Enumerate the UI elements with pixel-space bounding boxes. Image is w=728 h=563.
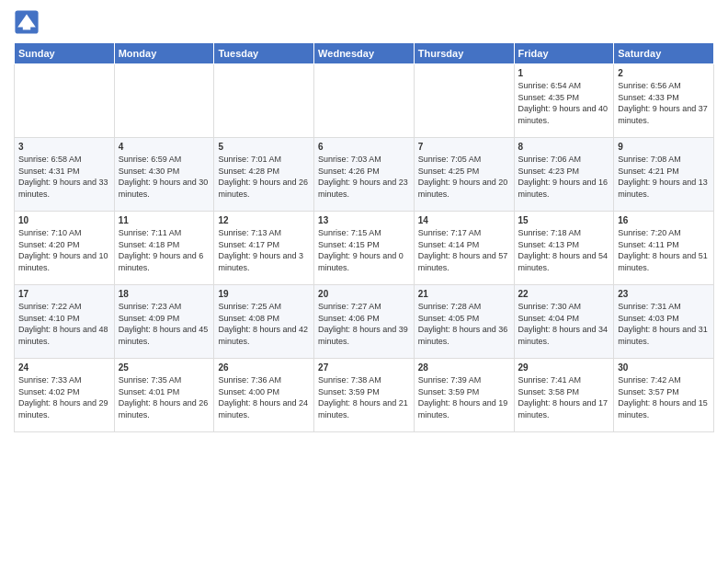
calendar-cell: 1Sunrise: 6:54 AM Sunset: 4:35 PM Daylig… bbox=[514, 64, 614, 138]
day-number: 3 bbox=[18, 142, 110, 152]
day-number: 5 bbox=[218, 142, 310, 152]
day-info: Sunrise: 7:11 AM Sunset: 4:18 PM Dayligh… bbox=[119, 227, 210, 273]
svg-rect-2 bbox=[23, 22, 30, 29]
calendar-cell: 26Sunrise: 7:36 AM Sunset: 4:00 PM Dayli… bbox=[214, 359, 314, 432]
calendar-cell: 7Sunrise: 7:05 AM Sunset: 4:25 PM Daylig… bbox=[414, 138, 514, 212]
calendar-cell: 21Sunrise: 7:28 AM Sunset: 4:05 PM Dayli… bbox=[414, 285, 514, 359]
header bbox=[14, 9, 714, 35]
calendar-cell: 30Sunrise: 7:42 AM Sunset: 3:57 PM Dayli… bbox=[614, 359, 714, 432]
header-cell-friday: Friday bbox=[514, 43, 614, 64]
day-info: Sunrise: 7:01 AM Sunset: 4:28 PM Dayligh… bbox=[218, 154, 310, 200]
day-number: 29 bbox=[518, 362, 610, 373]
day-info: Sunrise: 7:30 AM Sunset: 4:04 PM Dayligh… bbox=[518, 301, 610, 347]
calendar-cell: 10Sunrise: 7:10 AM Sunset: 4:20 PM Dayli… bbox=[15, 212, 115, 285]
logo-icon bbox=[14, 9, 40, 35]
calendar-cell bbox=[214, 64, 314, 138]
calendar-cell: 16Sunrise: 7:20 AM Sunset: 4:11 PM Dayli… bbox=[614, 212, 714, 285]
day-info: Sunrise: 7:27 AM Sunset: 4:06 PM Dayligh… bbox=[318, 301, 410, 347]
day-info: Sunrise: 6:54 AM Sunset: 4:35 PM Dayligh… bbox=[518, 80, 610, 126]
header-cell-wednesday: Wednesday bbox=[314, 43, 415, 64]
calendar-cell: 20Sunrise: 7:27 AM Sunset: 4:06 PM Dayli… bbox=[314, 285, 415, 359]
calendar-cell: 14Sunrise: 7:17 AM Sunset: 4:14 PM Dayli… bbox=[414, 212, 514, 285]
day-info: Sunrise: 7:17 AM Sunset: 4:14 PM Dayligh… bbox=[418, 227, 510, 273]
calendar-cell bbox=[414, 64, 514, 138]
calendar-cell: 5Sunrise: 7:01 AM Sunset: 4:28 PM Daylig… bbox=[214, 138, 314, 212]
day-number: 1 bbox=[518, 68, 610, 78]
calendar-cell: 3Sunrise: 6:58 AM Sunset: 4:31 PM Daylig… bbox=[15, 138, 115, 212]
calendar-cell: 6Sunrise: 7:03 AM Sunset: 4:26 PM Daylig… bbox=[314, 138, 415, 212]
day-info: Sunrise: 7:23 AM Sunset: 4:09 PM Dayligh… bbox=[119, 301, 210, 347]
header-cell-monday: Monday bbox=[114, 43, 214, 64]
calendar-cell: 23Sunrise: 7:31 AM Sunset: 4:03 PM Dayli… bbox=[614, 285, 714, 359]
calendar-cell: 4Sunrise: 6:59 AM Sunset: 4:30 PM Daylig… bbox=[114, 138, 214, 212]
calendar-cell: 19Sunrise: 7:25 AM Sunset: 4:08 PM Dayli… bbox=[214, 285, 314, 359]
day-number: 12 bbox=[218, 215, 310, 225]
calendar-table: SundayMondayTuesdayWednesdayThursdayFrid… bbox=[14, 42, 714, 432]
day-info: Sunrise: 7:31 AM Sunset: 4:03 PM Dayligh… bbox=[618, 301, 710, 347]
calendar-cell: 22Sunrise: 7:30 AM Sunset: 4:04 PM Dayli… bbox=[514, 285, 614, 359]
day-info: Sunrise: 7:06 AM Sunset: 4:23 PM Dayligh… bbox=[518, 154, 610, 200]
day-number: 26 bbox=[218, 362, 310, 373]
day-number: 9 bbox=[618, 142, 710, 152]
day-number: 11 bbox=[119, 215, 210, 225]
day-info: Sunrise: 7:36 AM Sunset: 4:00 PM Dayligh… bbox=[218, 374, 310, 420]
calendar-week-5: 24Sunrise: 7:33 AM Sunset: 4:02 PM Dayli… bbox=[15, 359, 714, 432]
header-cell-sunday: Sunday bbox=[15, 43, 115, 64]
day-info: Sunrise: 7:38 AM Sunset: 3:59 PM Dayligh… bbox=[318, 374, 410, 420]
day-info: Sunrise: 7:13 AM Sunset: 4:17 PM Dayligh… bbox=[218, 227, 310, 273]
day-info: Sunrise: 7:42 AM Sunset: 3:57 PM Dayligh… bbox=[618, 374, 710, 420]
calendar-week-4: 17Sunrise: 7:22 AM Sunset: 4:10 PM Dayli… bbox=[15, 285, 714, 359]
calendar-cell: 24Sunrise: 7:33 AM Sunset: 4:02 PM Dayli… bbox=[15, 359, 115, 432]
day-info: Sunrise: 7:05 AM Sunset: 4:25 PM Dayligh… bbox=[418, 154, 510, 200]
day-number: 19 bbox=[218, 289, 310, 299]
calendar-week-1: 1Sunrise: 6:54 AM Sunset: 4:35 PM Daylig… bbox=[15, 64, 714, 138]
header-row: SundayMondayTuesdayWednesdayThursdayFrid… bbox=[15, 43, 714, 64]
day-info: Sunrise: 6:56 AM Sunset: 4:33 PM Dayligh… bbox=[618, 80, 710, 126]
day-number: 22 bbox=[518, 289, 610, 299]
calendar-cell: 9Sunrise: 7:08 AM Sunset: 4:21 PM Daylig… bbox=[614, 138, 714, 212]
day-number: 27 bbox=[318, 362, 410, 373]
calendar-cell: 11Sunrise: 7:11 AM Sunset: 4:18 PM Dayli… bbox=[114, 212, 214, 285]
day-number: 23 bbox=[618, 289, 710, 299]
day-info: Sunrise: 7:41 AM Sunset: 3:58 PM Dayligh… bbox=[518, 374, 610, 420]
day-number: 18 bbox=[119, 289, 210, 299]
day-number: 30 bbox=[618, 362, 710, 373]
day-number: 10 bbox=[18, 215, 110, 225]
calendar-cell: 18Sunrise: 7:23 AM Sunset: 4:09 PM Dayli… bbox=[114, 285, 214, 359]
calendar-week-3: 10Sunrise: 7:10 AM Sunset: 4:20 PM Dayli… bbox=[15, 212, 714, 285]
calendar-cell: 17Sunrise: 7:22 AM Sunset: 4:10 PM Dayli… bbox=[15, 285, 115, 359]
day-info: Sunrise: 7:33 AM Sunset: 4:02 PM Dayligh… bbox=[18, 374, 110, 420]
day-info: Sunrise: 7:15 AM Sunset: 4:15 PM Dayligh… bbox=[318, 227, 410, 273]
day-number: 16 bbox=[618, 215, 710, 225]
page: SundayMondayTuesdayWednesdayThursdayFrid… bbox=[0, 0, 728, 563]
calendar-cell: 27Sunrise: 7:38 AM Sunset: 3:59 PM Dayli… bbox=[314, 359, 415, 432]
day-info: Sunrise: 7:28 AM Sunset: 4:05 PM Dayligh… bbox=[418, 301, 510, 347]
calendar-week-2: 3Sunrise: 6:58 AM Sunset: 4:31 PM Daylig… bbox=[15, 138, 714, 212]
calendar-cell: 8Sunrise: 7:06 AM Sunset: 4:23 PM Daylig… bbox=[514, 138, 614, 212]
day-number: 15 bbox=[518, 215, 610, 225]
day-number: 20 bbox=[318, 289, 410, 299]
day-info: Sunrise: 7:03 AM Sunset: 4:26 PM Dayligh… bbox=[318, 154, 410, 200]
calendar-cell: 2Sunrise: 6:56 AM Sunset: 4:33 PM Daylig… bbox=[614, 64, 714, 138]
day-number: 6 bbox=[318, 142, 410, 152]
day-info: Sunrise: 7:10 AM Sunset: 4:20 PM Dayligh… bbox=[18, 227, 110, 273]
day-info: Sunrise: 7:25 AM Sunset: 4:08 PM Dayligh… bbox=[218, 301, 310, 347]
day-number: 7 bbox=[418, 142, 510, 152]
logo bbox=[14, 9, 43, 35]
calendar-cell: 15Sunrise: 7:18 AM Sunset: 4:13 PM Dayli… bbox=[514, 212, 614, 285]
calendar-cell bbox=[15, 64, 115, 138]
calendar-header: SundayMondayTuesdayWednesdayThursdayFrid… bbox=[15, 43, 714, 64]
header-cell-tuesday: Tuesday bbox=[214, 43, 314, 64]
day-number: 24 bbox=[18, 362, 110, 373]
calendar-body: 1Sunrise: 6:54 AM Sunset: 4:35 PM Daylig… bbox=[15, 64, 714, 432]
calendar-cell: 25Sunrise: 7:35 AM Sunset: 4:01 PM Dayli… bbox=[114, 359, 214, 432]
calendar-cell: 28Sunrise: 7:39 AM Sunset: 3:59 PM Dayli… bbox=[414, 359, 514, 432]
day-info: Sunrise: 7:20 AM Sunset: 4:11 PM Dayligh… bbox=[618, 227, 710, 273]
day-info: Sunrise: 6:58 AM Sunset: 4:31 PM Dayligh… bbox=[18, 154, 110, 200]
header-cell-saturday: Saturday bbox=[614, 43, 714, 64]
day-number: 4 bbox=[119, 142, 210, 152]
day-info: Sunrise: 7:18 AM Sunset: 4:13 PM Dayligh… bbox=[518, 227, 610, 273]
calendar-cell: 12Sunrise: 7:13 AM Sunset: 4:17 PM Dayli… bbox=[214, 212, 314, 285]
day-info: Sunrise: 7:22 AM Sunset: 4:10 PM Dayligh… bbox=[18, 301, 110, 347]
day-info: Sunrise: 6:59 AM Sunset: 4:30 PM Dayligh… bbox=[119, 154, 210, 200]
